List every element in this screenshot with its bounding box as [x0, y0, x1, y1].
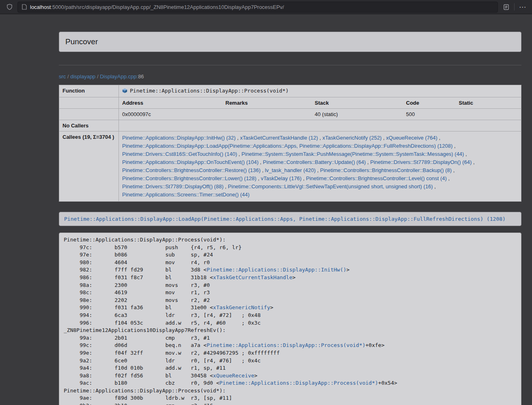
callee-link[interactable]: Pinetime::Controllers::BrightnessControl… [122, 175, 256, 181]
more-menu-icon[interactable]: ⋯ [518, 2, 527, 11]
callee-link[interactable]: xTaskGenericNotify (252) [323, 135, 382, 141]
callees-list: Pinetime::Applications::DisplayApp::Init… [119, 131, 521, 202]
callee-link[interactable]: Pinetime::Controllers::BrightnessControl… [122, 167, 261, 173]
disassembly-pre: Pinetime::Applications::DisplayApp::Proc… [64, 236, 517, 405]
callee-link[interactable]: Pinetime::Controllers::BrightnessControl… [306, 175, 447, 181]
breadcrumb: src / displayapp / DisplayApp.cpp:86 [59, 73, 521, 80]
callee-link[interactable]: xQueueReceive (764) [386, 135, 437, 141]
code-symbol-link[interactable]: Pinetime::Applications::DisplayApp::Proc… [207, 342, 365, 348]
code-symbol-link[interactable]: xQueueReceive [213, 373, 254, 379]
breadcrumb-link[interactable]: DisplayApp.cpp: [100, 73, 138, 80]
callee-link[interactable]: Pinetime::Applications::DisplayApp::Init… [122, 135, 236, 141]
col-remarks: Remarks [222, 97, 312, 109]
breadcrumb-line-number: 86 [138, 73, 144, 80]
highlighted-symbol-panel: Pinetime::Applications::DisplayApp::Load… [59, 212, 521, 226]
page-icon [22, 4, 27, 10]
value-stack: 40 (static) [312, 109, 403, 120]
url-path: :5000/path/src/displayapp/DisplayApp.cpp… [51, 4, 284, 10]
code-block: Pinetime::Applications::DisplayApp::Proc… [59, 233, 521, 405]
value-address: 0x0000097c [119, 109, 222, 120]
breadcrumb-separator: / [95, 73, 100, 80]
metrics-value-row: 0x0000097c 40 (static) 500 [59, 109, 521, 120]
callee-link[interactable]: Pinetime::Applications::DisplayApp::OnTo… [122, 159, 258, 165]
callee-link[interactable]: Pinetime::Controllers::Battery::Update()… [263, 159, 366, 165]
function-name: Pinetime::Applications::DisplayApp::Proc… [130, 88, 289, 94]
callees-label: Callees (19, Σ=3704 ) [59, 131, 119, 202]
method-icon [122, 88, 127, 95]
callee-link[interactable]: Pinetime::Applications::DisplayApp::Load… [122, 143, 452, 149]
metrics-header-row: Address Remarks Stack Code Static [59, 97, 521, 109]
function-row: Function Pinetime::Applications::Display… [59, 85, 521, 97]
url-bar[interactable]: localhost:5000/path/src/displayapp/Displ… [17, 2, 498, 13]
shield-icon[interactable] [5, 2, 14, 11]
breadcrumb-link[interactable]: src [59, 73, 66, 80]
callee-link[interactable]: Pinetime::Components::LittleVgl::SetNewT… [228, 183, 433, 190]
code-symbol-link[interactable]: Pinetime::Applications::DisplayApp::Init… [207, 267, 346, 273]
highlighted-symbol-link[interactable]: Pinetime::Applications::DisplayApp::Load… [64, 216, 506, 222]
value-static [456, 109, 521, 120]
browser-toolbar: localhost:5000/path/src/displayapp/Displ… [0, 0, 532, 14]
value-code: 500 [403, 109, 456, 120]
col-address: Address [119, 97, 222, 109]
col-code: Code [403, 97, 456, 109]
toolbar-divider [514, 3, 515, 11]
page-title: Puncover [65, 37, 98, 46]
no-callers-row: No Callers [59, 120, 521, 131]
code-symbol-link[interactable]: xTaskGetCurrentTaskHandle [213, 274, 293, 280]
app-title-panel: Puncover [59, 32, 521, 52]
breadcrumb-link[interactable]: displayapp [70, 73, 95, 80]
function-label: Function [59, 85, 119, 97]
breadcrumb-separator: / [66, 73, 70, 80]
no-callers-label: No Callers [59, 120, 119, 131]
callee-link[interactable]: Pinetime::Drivers::St7789::DisplayOn() (… [370, 159, 472, 165]
callee-link[interactable]: vTaskDelay (176) [261, 175, 302, 181]
col-static: Static [456, 97, 521, 109]
code-symbol-link[interactable]: Pinetime::Applications::DisplayApp::Proc… [220, 380, 378, 386]
divider-rule [59, 65, 521, 65]
function-table: Function Pinetime::Applications::Display… [59, 85, 521, 202]
callee-link[interactable]: Pinetime::System::SystemTask::PushMessag… [241, 151, 464, 157]
col-stack: Stack [312, 97, 403, 109]
main-content: Puncover src / displayapp / DisplayApp.c… [59, 32, 521, 405]
url-host: localhost [30, 4, 51, 10]
reader-view-icon[interactable] [502, 2, 510, 11]
callee-link[interactable]: Pinetime::Applications::Screens::Timer::… [122, 192, 250, 198]
callee-link[interactable]: xTaskGetCurrentTaskHandle (12) [240, 135, 318, 141]
callees-row: Callees (19, Σ=3704 ) Pinetime::Applicat… [59, 131, 521, 202]
value-remarks [222, 109, 312, 120]
callee-link[interactable]: lv_task_handler (420) [265, 167, 316, 173]
code-symbol-link[interactable]: xTaskGenericNotify [213, 304, 270, 310]
callee-link[interactable]: Pinetime::Controllers::BrightnessControl… [320, 167, 452, 173]
callee-link[interactable]: Pinetime::Drivers::St7789::DisplayOff() … [122, 183, 224, 190]
function-name-cell: Pinetime::Applications::DisplayApp::Proc… [119, 85, 521, 97]
callee-link[interactable]: Pinetime::Drivers::Cst816S::GetTouchInfo… [122, 151, 237, 157]
url-text: localhost:5000/path/src/displayapp/Displ… [30, 4, 284, 10]
